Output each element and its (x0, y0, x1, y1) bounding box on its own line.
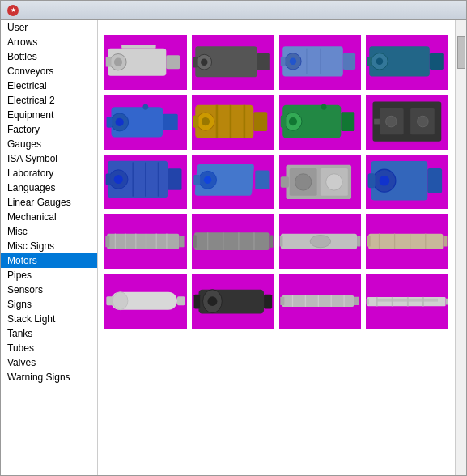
svg-rect-78 (135, 234, 136, 249)
motor-card-17[interactable] (104, 274, 187, 329)
svg-rect-81 (166, 234, 167, 249)
svg-rect-112 (291, 295, 292, 307)
sidebar-item-sensors[interactable]: Sensors (1, 283, 97, 297)
sidebar-item-linear-gauges[interactable]: Linear Gauges (1, 195, 97, 210)
svg-rect-79 (146, 234, 146, 249)
motor-card-8[interactable] (366, 95, 448, 150)
svg-rect-121 (376, 297, 378, 306)
sidebar-item-misc[interactable]: Misc (1, 224, 97, 239)
svg-rect-12 (342, 53, 354, 70)
sidebar-item-mechanical[interactable]: Mechanical (1, 210, 97, 224)
svg-rect-7 (257, 53, 269, 70)
svg-rect-111 (280, 297, 284, 305)
svg-rect-15 (280, 57, 285, 66)
svg-rect-75 (105, 236, 109, 247)
motor-card-15[interactable] (279, 214, 362, 269)
sidebar-item-arrows[interactable]: Arrows (1, 35, 97, 49)
sidebar-item-signs[interactable]: Signs (1, 297, 97, 312)
svg-rect-118 (446, 299, 448, 305)
motor-card-13[interactable] (104, 214, 187, 269)
motor-card-7[interactable] (279, 95, 362, 150)
svg-rect-114 (317, 295, 318, 307)
sidebar-item-valves[interactable]: Valves (1, 355, 97, 370)
svg-rect-67 (280, 176, 288, 188)
svg-point-28 (142, 104, 148, 110)
svg-rect-74 (179, 236, 184, 247)
svg-rect-30 (253, 112, 267, 131)
sidebar-item-factory[interactable]: Factory (1, 122, 97, 137)
svg-rect-4 (106, 57, 112, 67)
motor-card-3[interactable] (279, 35, 362, 90)
svg-rect-80 (156, 234, 157, 249)
sidebar-item-misc-signs[interactable]: Misc Signs (1, 239, 97, 253)
svg-rect-110 (354, 297, 359, 305)
svg-rect-22 (367, 57, 372, 66)
svg-rect-124 (422, 297, 424, 306)
sidebar-item-electrical-2[interactable]: Electrical 2 (1, 93, 97, 108)
sidebar-item-laboratory[interactable]: Laboratory (1, 166, 97, 181)
sidebar-item-bottles[interactable]: Bottles (1, 49, 97, 64)
sidebar-item-stack-light[interactable]: Stack Light (1, 312, 97, 326)
page-title (98, 20, 455, 32)
motor-card-4[interactable] (366, 35, 448, 90)
svg-rect-85 (207, 232, 208, 250)
svg-rect-116 (343, 295, 344, 307)
sidebar-item-electrical[interactable]: Electrical (1, 79, 97, 93)
svg-rect-87 (238, 232, 239, 250)
scrollbar-thumb[interactable] (457, 36, 465, 69)
svg-rect-72 (368, 173, 376, 188)
svg-rect-46 (374, 119, 380, 125)
svg-rect-76 (115, 234, 116, 249)
motor-card-5[interactable] (104, 95, 187, 150)
motor-card-12[interactable] (366, 155, 448, 210)
sidebar-item-tanks[interactable]: Tanks (1, 326, 97, 341)
svg-rect-33 (193, 115, 198, 127)
svg-rect-95 (367, 236, 371, 247)
svg-rect-84 (193, 235, 196, 247)
sidebar-item-pipes[interactable]: Pipes (1, 268, 97, 283)
sidebar-item-conveyors[interactable]: Conveyors (1, 64, 97, 79)
main-panel (98, 20, 455, 475)
svg-rect-98 (410, 234, 410, 249)
sidebar-item-isa-symbol[interactable]: ISA Symbol (1, 151, 97, 166)
motor-card-1[interactable] (104, 35, 187, 90)
sidebar-item-user[interactable]: User (1, 20, 97, 35)
motor-card-11[interactable] (279, 155, 362, 210)
motor-card-16[interactable] (366, 214, 448, 269)
svg-point-103 (113, 291, 128, 309)
svg-rect-73 (107, 234, 179, 249)
sidebar-item-warning-signs[interactable]: Warning Signs (1, 370, 97, 385)
sidebar-item-equipment[interactable]: Equipment (1, 108, 97, 122)
motor-card-6[interactable] (192, 95, 274, 150)
motor-card-20[interactable] (366, 274, 448, 329)
svg-point-108 (207, 296, 217, 306)
svg-rect-50 (168, 169, 181, 191)
motor-card-18[interactable] (192, 274, 274, 329)
sidebar-item-tubes[interactable]: Tubes (1, 341, 97, 355)
svg-rect-123 (407, 297, 409, 306)
svg-rect-105 (264, 294, 272, 308)
motor-card-14[interactable] (192, 214, 274, 269)
svg-point-66 (325, 173, 342, 189)
motor-card-9[interactable] (104, 155, 187, 210)
title-bar: ★ (1, 1, 466, 20)
sidebar-item-gauges[interactable]: Gauges (1, 137, 97, 151)
sidebar-item-languages[interactable]: Languages (1, 181, 97, 195)
motor-card-2[interactable] (192, 35, 274, 90)
window: ★ UserArrowsBottlesConveyorsElectricalEl… (0, 0, 467, 476)
svg-point-60 (204, 176, 211, 184)
svg-rect-119 (367, 299, 369, 305)
motor-card-19[interactable] (279, 274, 362, 329)
sidebar-item-motors[interactable]: Motors (1, 253, 97, 268)
svg-rect-69 (428, 168, 443, 193)
svg-rect-122 (392, 297, 393, 306)
svg-rect-27 (107, 117, 113, 128)
svg-rect-53 (106, 174, 111, 185)
scrollbar[interactable] (455, 20, 466, 475)
svg-rect-82 (194, 232, 269, 250)
svg-rect-106 (193, 294, 200, 308)
svg-point-48 (418, 116, 429, 127)
svg-rect-58 (255, 171, 269, 189)
motor-card-10[interactable] (192, 155, 274, 210)
svg-point-32 (202, 117, 210, 125)
